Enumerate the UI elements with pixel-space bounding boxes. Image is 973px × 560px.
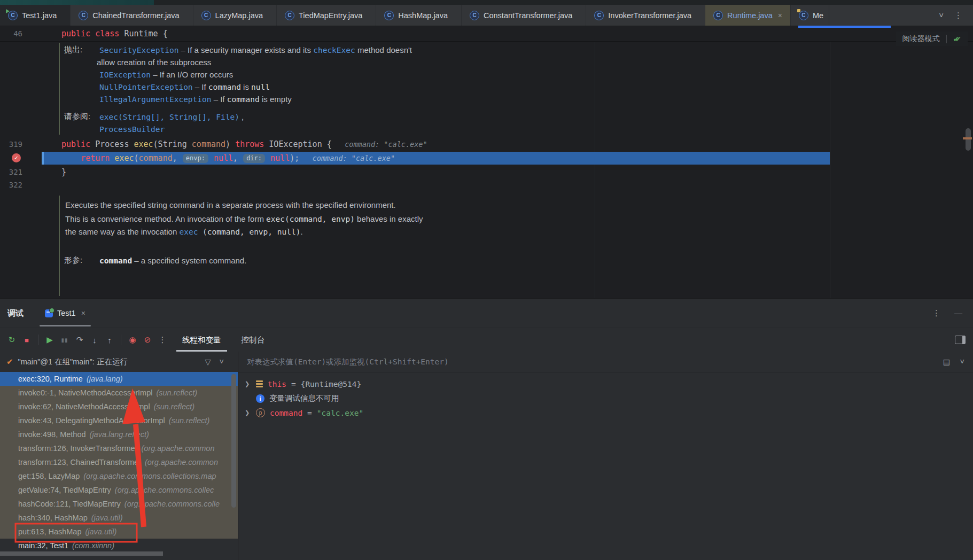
line-number[interactable]: 322 bbox=[0, 181, 42, 189]
expand-chevron-icon[interactable]: ❯ bbox=[245, 380, 251, 387]
doc-token: command bbox=[99, 256, 132, 265]
hide-panel-icon[interactable]: — bbox=[954, 308, 962, 318]
frame-package: (java.util) bbox=[91, 514, 123, 522]
reader-mode-label[interactable]: 阅读器模式 bbox=[902, 34, 940, 44]
breakpoint-icon[interactable]: ✓ bbox=[12, 153, 21, 162]
tab-options-kebab-icon[interactable]: ⋮ bbox=[954, 11, 962, 20]
stack-frame[interactable]: transform:123, ChainedTransformer (org.a… bbox=[0, 455, 238, 469]
doc-token: command bbox=[208, 83, 241, 91]
stack-frame[interactable]: main:32, Test1 (com.xiinnn) bbox=[0, 539, 238, 553]
step-into-icon[interactable]: ↓ bbox=[87, 333, 102, 347]
object-value-icon bbox=[256, 380, 263, 387]
variable-name: command bbox=[270, 409, 302, 417]
code-line-320-execution-point[interactable]: ✓ return exec(command, envp: null, dir: … bbox=[0, 152, 973, 165]
editor-tab[interactable]: Runtime.java × bbox=[705, 5, 791, 26]
editor-tab[interactable]: Me bbox=[791, 5, 829, 26]
stack-frame[interactable]: hash:340, HashMap (java.util) bbox=[0, 511, 238, 525]
editor-tab[interactable]: TiedMapEntry.java bbox=[277, 5, 376, 26]
frames-horizontal-scrollbar[interactable] bbox=[0, 551, 163, 556]
step-over-icon[interactable]: ↷ bbox=[72, 333, 87, 347]
debug-session-tab-label: Test1 bbox=[57, 309, 76, 317]
stack-frame[interactable]: hashCode:121, TiedMapEntry (org.apache.c… bbox=[0, 497, 238, 511]
eval-history-icon[interactable]: ▤ bbox=[943, 357, 951, 366]
sticky-line[interactable]: 46 public class Runtime { bbox=[0, 26, 973, 42]
info-icon: i bbox=[256, 394, 264, 403]
stack-frame[interactable]: getValue:74, TiedMapEntry (org.apache.co… bbox=[0, 483, 238, 497]
frame-package: (java.util) bbox=[85, 527, 117, 536]
editor-tab[interactable]: InvokerTransformer.java bbox=[586, 5, 705, 26]
code-line-319[interactable]: 319 public Process exec(String command) … bbox=[0, 138, 973, 151]
variable-row-command[interactable]: ❯ p command = "calc.exe" bbox=[238, 406, 973, 420]
toolbar-kebab-icon[interactable]: ⋮ bbox=[155, 333, 170, 347]
tab-close-icon[interactable]: × bbox=[778, 11, 782, 20]
code-token: Process bbox=[95, 139, 134, 149]
editor-tab[interactable]: Test1.java bbox=[0, 5, 71, 26]
reader-mode-widget[interactable]: 阅读器模式 ✔✔ bbox=[896, 32, 968, 46]
class-icon bbox=[594, 11, 604, 20]
frame-location: invoke:498, Method bbox=[18, 430, 86, 439]
doc-block-bar bbox=[59, 196, 60, 296]
code-token: , bbox=[233, 153, 243, 163]
debug-tool-window: 调试 Test1 × ⋮ — ↻ ■ ▶ ▮▮ ↷ ↓ ↑ ◉ ⊘ ⋮ 线程和变… bbox=[0, 298, 973, 560]
doc-link[interactable]: ProcessBuilder bbox=[99, 125, 165, 134]
frames-vertical-scrollbar[interactable] bbox=[231, 374, 236, 508]
editor-scrollbar-thumb[interactable] bbox=[966, 128, 971, 151]
frame-location: invoke:43, DelegatingMethodAccessorImpl bbox=[18, 416, 165, 425]
code-line-322[interactable]: 322 bbox=[0, 178, 973, 191]
editor-tab[interactable]: HashMap.java bbox=[376, 5, 462, 26]
stop-icon[interactable]: ■ bbox=[19, 333, 34, 347]
rerun-debug-icon[interactable]: ↻ bbox=[4, 333, 19, 347]
doc-token: – a specified system command. bbox=[132, 256, 246, 265]
scrollbar-warning-stripe[interactable] bbox=[963, 137, 972, 139]
session-tab-close-icon[interactable]: × bbox=[81, 309, 85, 317]
editor-tab[interactable]: ChainedTransformer.java bbox=[71, 5, 193, 26]
stack-frame[interactable]: invoke0:-1, NativeMethodAccessorImpl (su… bbox=[0, 386, 238, 400]
stack-frame[interactable]: put:613, HashMap (java.util) bbox=[0, 525, 238, 539]
code-token: IOException { bbox=[269, 139, 331, 149]
stack-frame[interactable]: invoke:498, Method (java.lang.reflect) bbox=[0, 427, 238, 441]
debug-session-tab[interactable]: Test1 × bbox=[38, 299, 92, 328]
code-line-321[interactable]: 321 } bbox=[0, 166, 973, 178]
line-number[interactable]: 321 bbox=[0, 168, 42, 176]
doc-token: exec(command, envp) bbox=[266, 215, 355, 223]
resume-icon[interactable]: ▶ bbox=[42, 333, 57, 347]
stack-frame[interactable]: invoke:43, DelegatingMethodAccessorImpl … bbox=[0, 414, 238, 427]
code-token: , bbox=[173, 153, 182, 163]
stack-frame[interactable]: invoke:62, NativeMethodAccessorImpl (sun… bbox=[0, 400, 238, 414]
editor-tab[interactable]: LazyMap.java bbox=[193, 5, 277, 26]
thread-status-check-icon: ✔ bbox=[6, 357, 13, 367]
eval-expand-chevron-icon[interactable]: ˅ bbox=[960, 357, 964, 366]
doc-token: null bbox=[251, 83, 270, 91]
editor-tab-bar: Test1.java ChainedTransformer.java LazyM… bbox=[0, 0, 973, 26]
evaluate-expression-input[interactable]: 对表达式求值(Enter)或添加监视(Ctrl+Shift+Enter) ▤ ˅ bbox=[238, 352, 973, 372]
class-icon bbox=[470, 11, 479, 20]
stack-frame[interactable]: get:158, LazyMap (org.apache.commons.col… bbox=[0, 469, 238, 483]
pause-icon[interactable]: ▮▮ bbox=[57, 333, 72, 347]
frame-package: (com.xiinnn) bbox=[72, 541, 114, 550]
thread-selector[interactable]: ✔ "main"@1 在组"main": 正在运行 ▽ ˅ bbox=[0, 352, 238, 372]
class-icon bbox=[384, 11, 394, 20]
thread-dropdown-chevron-icon[interactable]: ˅ bbox=[220, 357, 224, 366]
tab-console[interactable]: 控制台 bbox=[233, 328, 273, 352]
mute-breakpoints-icon[interactable]: ⊘ bbox=[140, 333, 155, 347]
frames-filter-funnel-icon[interactable]: ▽ bbox=[205, 357, 211, 366]
layout-settings-icon[interactable] bbox=[955, 336, 966, 344]
frame-location: exec:320, Runtime bbox=[18, 375, 83, 383]
tab-list-chevron-icon[interactable]: ˅ bbox=[939, 11, 944, 20]
variable-row-this[interactable]: ❯ this = {Runtime@514} bbox=[238, 377, 973, 391]
editor-tab[interactable]: ConstantTransformer.java bbox=[462, 5, 586, 26]
view-breakpoints-icon[interactable]: ◉ bbox=[125, 333, 140, 347]
frame-package: (sun.reflect) bbox=[154, 402, 195, 411]
stack-frame[interactable]: exec:320, Runtime (java.lang) bbox=[0, 372, 238, 386]
tab-threads-variables[interactable]: 线程和变量 bbox=[174, 328, 229, 352]
doc-token: – If a security manager exists and its bbox=[178, 45, 313, 55]
debug-header-kebab-icon[interactable]: ⋮ bbox=[932, 308, 940, 318]
doc-link[interactable]: , bbox=[239, 112, 244, 121]
stack-frame[interactable]: transform:126, InvokerTransformer (org.a… bbox=[0, 441, 238, 455]
doc-link[interactable]: exec(String[], String[], File) bbox=[99, 113, 239, 121]
class-icon bbox=[8, 11, 18, 20]
expand-chevron-icon[interactable]: ❯ bbox=[245, 409, 251, 416]
step-out-icon[interactable]: ↑ bbox=[102, 333, 117, 347]
line-number[interactable]: 319 bbox=[0, 140, 42, 149]
frame-package: (java.lang) bbox=[87, 375, 123, 383]
